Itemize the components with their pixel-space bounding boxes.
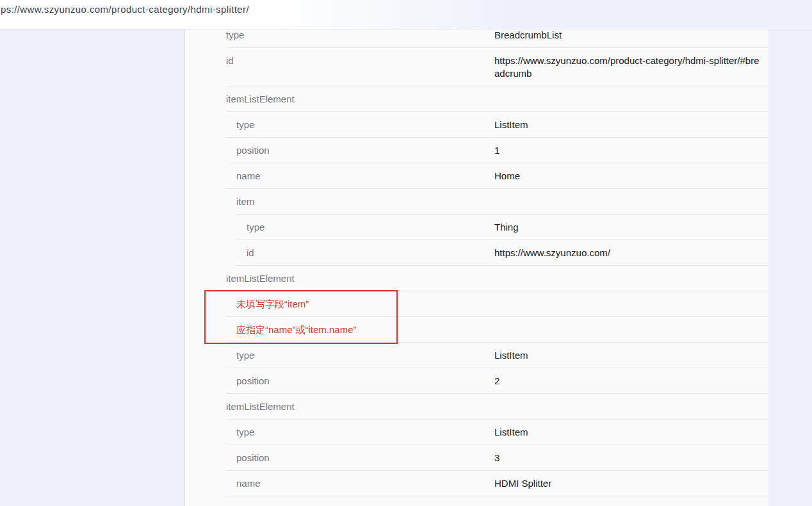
schema-row[interactable]: nameHDMI Splitter <box>185 471 768 496</box>
schema-row[interactable]: typeBreadcrumbList <box>185 29 768 48</box>
row-key: position <box>236 375 270 388</box>
schema-row[interactable]: idhttps://www.szyunzuo.com/product-categ… <box>185 48 768 86</box>
error-row[interactable]: 应指定“name”或“item.name” <box>185 317 768 343</box>
schema-row[interactable]: itemListElement <box>185 86 768 112</box>
row-key: id <box>247 247 254 259</box>
schema-row[interactable]: typeThing <box>185 215 768 240</box>
sidebar <box>0 29 184 506</box>
row-key: itemListElement <box>226 93 295 106</box>
schema-row[interactable]: position1 <box>185 138 768 163</box>
row-key: id <box>226 54 234 67</box>
row-key: name <box>236 170 261 183</box>
right-gutter <box>768 29 812 506</box>
schema-row[interactable]: typeListItem <box>185 343 768 368</box>
page-body: typeBreadcrumbListidhttps://www.szyunzuo… <box>0 29 812 506</box>
row-key: type <box>247 221 264 234</box>
row-value: 3 <box>494 452 759 464</box>
row-value: ListItem <box>494 349 759 362</box>
row-value: HDMI Splitter <box>494 477 759 490</box>
row-value: BreadcrumbList <box>494 29 759 42</box>
topbar: ps://www.szyunzuo.com/product-category/h… <box>0 0 812 29</box>
schema-row[interactable]: typeListItem <box>185 112 768 138</box>
row-value: Home <box>494 170 759 183</box>
schema-row[interactable]: item <box>185 189 768 215</box>
row-key: type <box>226 29 244 42</box>
row-value: Thing <box>494 221 759 234</box>
row-key: type <box>236 426 254 439</box>
row-key: type <box>236 349 254 362</box>
row-key: itemListElement <box>226 400 295 413</box>
schema-table: typeBreadcrumbListidhttps://www.szyunzuo… <box>185 29 768 496</box>
row-key: item <box>236 195 254 208</box>
page-url-text: ps://www.szyunzuo.com/product-category/h… <box>1 3 249 16</box>
row-value: ListItem <box>494 118 759 131</box>
error-text: 应指定“name”或“item.name” <box>236 323 357 336</box>
schema-row[interactable]: idhttps://www.szyunzuo.com/ <box>185 240 768 266</box>
structured-data-panel: typeBreadcrumbListidhttps://www.szyunzuo… <box>184 29 768 506</box>
row-key: position <box>236 144 270 157</box>
schema-row[interactable]: typeListItem <box>185 420 768 445</box>
error-row[interactable]: 未填写字段“item” <box>185 291 768 317</box>
row-value: 2 <box>494 375 759 388</box>
row-value: ListItem <box>494 426 759 439</box>
row-key: position <box>236 452 270 464</box>
row-divider <box>226 496 768 496</box>
schema-row[interactable]: nameHome <box>185 163 768 189</box>
schema-row[interactable]: position3 <box>185 445 768 471</box>
row-key: name <box>236 477 261 490</box>
row-key: type <box>236 118 254 131</box>
row-value: https://www.szyunzuo.com/product-categor… <box>494 54 759 80</box>
error-text: 未填写字段“item” <box>236 298 309 311</box>
row-value: 1 <box>494 144 759 157</box>
schema-row[interactable]: position2 <box>185 368 768 394</box>
row-key: itemListElement <box>226 272 295 285</box>
row-value: https://www.szyunzuo.com/ <box>494 247 759 259</box>
schema-row[interactable]: itemListElement <box>185 394 768 420</box>
schema-row[interactable]: itemListElement <box>185 266 768 291</box>
